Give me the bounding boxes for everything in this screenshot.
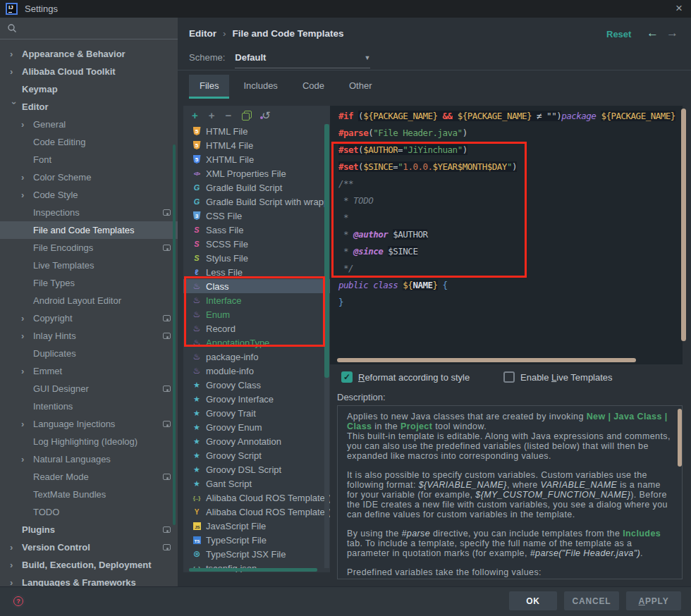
search-field[interactable]: [0, 18, 178, 39]
template-item-javascript-file[interactable]: JSJavaScript File: [183, 519, 330, 533]
template-item-gant-script[interactable]: ★Gant Script: [183, 476, 330, 491]
sidebar-item-emmet[interactable]: ›Emmet: [0, 362, 178, 380]
reformat-checkbox[interactable]: ✓: [341, 371, 353, 383]
template-item-html-file[interactable]: 5HTML File: [183, 124, 330, 138]
sidebar-item-duplicates[interactable]: Duplicates: [0, 345, 178, 362]
sidebar-item-file-and-code-templates[interactable]: File and Code Templates: [0, 221, 178, 239]
back-arrow-icon[interactable]: ←: [647, 26, 659, 40]
sidebar-item-inlay-hints[interactable]: ›Inlay Hints: [0, 327, 178, 345]
sidebar-item-languages-frameworks[interactable]: ›Languages & Frameworks: [0, 574, 178, 586]
template-item-groovy-annotation[interactable]: ★Groovy Annotation: [183, 434, 330, 448]
scheme-dropdown[interactable]: Default ▼: [235, 52, 370, 68]
template-item-groovy-script[interactable]: ★Groovy Script: [183, 448, 330, 462]
chevron-expanded-icon[interactable]: ›: [9, 101, 20, 113]
sidebar-item-android-layout-editor[interactable]: Android Layout Editor: [0, 292, 178, 309]
chevron-collapsed-icon[interactable]: ›: [10, 66, 22, 77]
help-icon[interactable]: ?: [11, 594, 25, 608]
sidebar-item-code-editing[interactable]: Code Editing: [0, 133, 178, 151]
sidebar-item-todo[interactable]: TODO: [0, 503, 178, 521]
sidebar-item-live-templates[interactable]: Live Templates: [0, 257, 178, 274]
sidebar-item-file-encodings[interactable]: File Encodings: [0, 239, 178, 257]
description-link[interactable]: Project: [400, 421, 432, 431]
sidebar-item-version-control[interactable]: ›Version Control: [0, 538, 178, 556]
chevron-collapsed-icon[interactable]: ›: [21, 119, 33, 130]
description-link[interactable]: Includes: [623, 529, 661, 538]
template-item-groovy-enum[interactable]: ★Groovy Enum: [183, 420, 330, 434]
template-item-groovy-interface[interactable]: ★Groovy Interface: [183, 392, 330, 406]
sidebar-item-textmate-bundles[interactable]: TextMate Bundles: [0, 486, 178, 503]
chevron-collapsed-icon[interactable]: ›: [21, 313, 33, 324]
chevron-collapsed-icon[interactable]: ›: [21, 366, 33, 376]
sidebar-item-build-execution-deployment[interactable]: ›Build, Execution, Deployment: [0, 556, 178, 574]
sidebar-item-file-types[interactable]: File Types: [0, 274, 178, 292]
tab-code[interactable]: Code: [292, 75, 335, 99]
add-secondary-icon[interactable]: +: [209, 109, 215, 121]
remove-icon[interactable]: −: [226, 109, 232, 121]
reset-link[interactable]: Reset: [606, 29, 631, 39]
sidebar-item-intentions[interactable]: Intentions: [0, 398, 178, 415]
template-item-groovy-class[interactable]: ★Groovy Class: [183, 378, 330, 392]
sidebar-item-inspections[interactable]: Inspections: [0, 204, 178, 221]
sidebar-item-general[interactable]: ›General: [0, 116, 178, 133]
template-item-package-info[interactable]: ♨package-info: [183, 350, 330, 364]
chevron-collapsed-icon[interactable]: ›: [21, 454, 33, 464]
sidebar-item-editor[interactable]: ›Editor: [0, 98, 178, 116]
sidebar-item-copyright[interactable]: ›Copyright: [0, 309, 178, 327]
editor-horizontal-scrollbar[interactable]: [337, 358, 636, 362]
sidebar-item-language-injections[interactable]: ›Language Injections: [0, 415, 178, 433]
template-item-gradle-build-script[interactable]: GGradle Build Script: [183, 180, 330, 195]
template-item-typescript-file[interactable]: TSTypeScript File: [183, 533, 330, 547]
chevron-collapsed-icon[interactable]: ›: [21, 331, 33, 341]
close-icon[interactable]: ×: [675, 1, 683, 16]
template-item-xml-properties-file[interactable]: </>XML Properties File: [183, 166, 330, 180]
sidebar-item-natural-languages[interactable]: ›Natural Languages: [0, 450, 178, 468]
template-item-module-info[interactable]: ♨module-info: [183, 364, 330, 378]
sidebar-scrollbar[interactable]: [173, 144, 176, 525]
chevron-collapsed-icon[interactable]: ›: [21, 172, 33, 183]
template-item-typescript-jsx-file[interactable]: ⊛TypeScript JSX File: [183, 547, 330, 561]
live-templates-checkbox[interactable]: [503, 371, 515, 383]
template-item-sass-file[interactable]: SSass File: [183, 223, 330, 237]
copy-icon[interactable]: [242, 111, 251, 120]
template-item-gradle-build-script-with-wrapp[interactable]: GGradle Build Script with wrapp: [183, 195, 330, 209]
tab-other[interactable]: Other: [338, 75, 383, 99]
list-horizontal-scrollbar[interactable]: [189, 568, 317, 572]
sidebar-item-appearance-behavior[interactable]: ›Appearance & Behavior: [0, 45, 178, 63]
template-item-css-file[interactable]: 3CSS File: [183, 209, 330, 223]
chevron-collapsed-icon[interactable]: ›: [10, 560, 22, 570]
tab-includes[interactable]: Includes: [233, 75, 288, 99]
reset-to-default-icon[interactable]: ↺: [262, 111, 271, 120]
sidebar-item-log-highlighting-ideolog[interactable]: Log Highlighting (Ideolog): [0, 433, 178, 450]
template-item-groovy-dsl-script[interactable]: ★Groovy DSL Script: [183, 462, 330, 476]
template-item-stylus-file[interactable]: SStylus File: [183, 251, 330, 265]
template-item-groovy-trait[interactable]: ★Groovy Trait: [183, 406, 330, 420]
sidebar-item-font[interactable]: Font: [0, 151, 178, 168]
template-item-alibaba-cloud-ros-template[interactable]: YAlibaba Cloud ROS Template (: [183, 505, 330, 519]
chevron-collapsed-icon[interactable]: ›: [10, 577, 22, 586]
chevron-collapsed-icon[interactable]: ›: [21, 190, 33, 200]
sidebar-item-plugins[interactable]: Plugins: [0, 521, 178, 538]
sidebar-item-color-scheme[interactable]: ›Color Scheme: [0, 168, 178, 186]
template-item-xhtml-file[interactable]: 5XHTML File: [183, 152, 330, 166]
chevron-collapsed-icon[interactable]: ›: [10, 542, 22, 553]
template-item-scss-file[interactable]: SSCSS File: [183, 237, 330, 251]
sidebar-item-reader-mode[interactable]: Reader Mode: [0, 468, 178, 486]
breadcrumb-editor[interactable]: Editor: [189, 28, 216, 39]
description-scrollbar[interactable]: [678, 409, 682, 467]
chevron-collapsed-icon[interactable]: ›: [21, 419, 33, 429]
cancel-button[interactable]: Cancel: [564, 591, 619, 610]
template-item-html4-file[interactable]: 5HTML4 File: [183, 138, 330, 152]
sidebar-item-code-style[interactable]: ›Code Style: [0, 186, 178, 204]
sidebar-item-keymap[interactable]: Keymap: [0, 80, 178, 98]
add-icon[interactable]: +: [192, 109, 198, 121]
ok-button[interactable]: OK: [509, 591, 557, 610]
template-item-alibaba-cloud-ros-template[interactable]: {..}Alibaba Cloud ROS Template (: [183, 491, 330, 505]
apply-button[interactable]: Apply: [626, 591, 681, 610]
sidebar-item-alibaba-cloud-toolkit[interactable]: ›Alibaba Cloud Toolkit: [0, 63, 178, 80]
sidebar-item-gui-designer[interactable]: GUI Designer: [0, 380, 178, 398]
list-scrollbar[interactable]: [324, 124, 329, 378]
forward-arrow-icon[interactable]: →: [666, 26, 678, 40]
tab-files[interactable]: Files: [189, 75, 229, 99]
editor-vertical-scrollbar[interactable]: [681, 109, 686, 341]
chevron-collapsed-icon[interactable]: ›: [10, 49, 22, 59]
